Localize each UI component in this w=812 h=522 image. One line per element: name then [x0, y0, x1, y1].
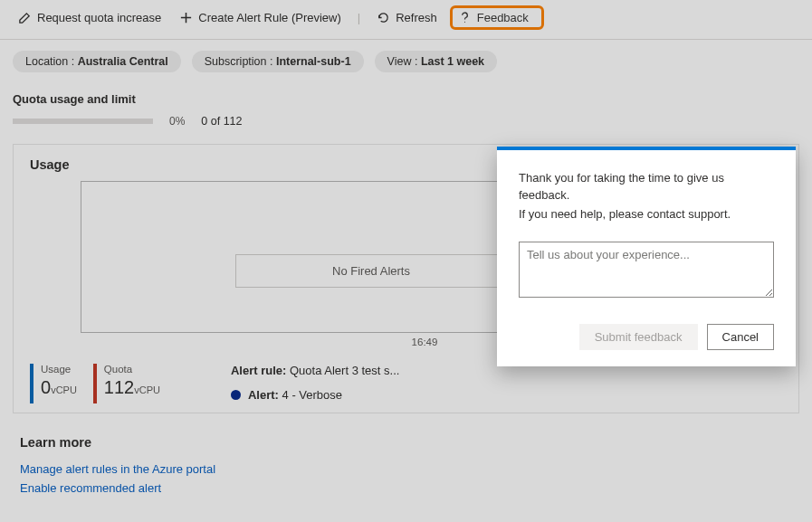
- create-alert-rule-button[interactable]: Create Alert Rule (Preview): [174, 7, 347, 28]
- metric-quota-value: 112vCPU: [104, 378, 160, 396]
- quota-usage-section: Quota usage and limit 0% 0 of 112: [0, 83, 812, 128]
- feedback-text-line1: Thank you for taking the time to give us…: [519, 170, 774, 204]
- alert-info: Alert rule: Quota Alert 3 test s... Aler…: [231, 364, 399, 402]
- toolbar-separator: |: [354, 11, 364, 24]
- refresh-label: Refresh: [396, 11, 437, 24]
- metric-quota: Quota 112vCPU: [93, 364, 160, 403]
- filter-subscription[interactable]: Subscription : Internal-sub-1: [192, 51, 364, 72]
- feedback-button[interactable]: Feedback: [450, 5, 544, 30]
- feedback-dialog: Thank you for taking the time to give us…: [497, 147, 796, 366]
- metric-usage-value: 0vCPU: [41, 378, 77, 396]
- filter-location[interactable]: Location : Australia Central: [13, 51, 181, 72]
- submit-feedback-button[interactable]: Submit feedback: [579, 324, 698, 350]
- refresh-icon: [377, 11, 390, 24]
- metric-usage-label: Usage: [41, 364, 77, 375]
- quota-usage-title: Quota usage and limit: [13, 92, 799, 106]
- metric-quota-number: 112: [104, 377, 134, 397]
- question-icon: [458, 11, 472, 24]
- learn-more-title: Learn more: [20, 435, 792, 450]
- learn-more-section: Learn more Manage alert rules in the Azu…: [0, 413, 812, 498]
- metrics-row: Usage 0vCPU Quota 112vCPU Alert rule: Q: [30, 364, 782, 403]
- no-fired-alerts-banner: No Fired Alerts: [235, 254, 507, 288]
- alert-label: Alert:: [248, 388, 279, 402]
- filter-view[interactable]: View : Last 1 week: [375, 51, 497, 72]
- quota-usage-text: 0 of 112: [201, 115, 242, 128]
- command-bar: Request quota increase Create Alert Rule…: [0, 0, 812, 40]
- alert-severity-line: Alert: 4 - Verbose: [231, 388, 399, 402]
- cancel-button[interactable]: Cancel: [707, 324, 774, 350]
- alert-rule-line: Alert rule: Quota Alert 3 test s...: [231, 364, 399, 377]
- metric-quota-bar: [93, 364, 97, 403]
- feedback-textarea[interactable]: [519, 242, 774, 298]
- create-alert-label: Create Alert Rule (Preview): [198, 11, 341, 24]
- quota-progress-bar: [13, 119, 153, 124]
- svg-point-0: [464, 22, 465, 23]
- filter-bar: Location : Australia Central Subscriptio…: [0, 40, 812, 83]
- chart-time-tick: 16:49: [412, 337, 438, 347]
- metric-quota-unit: vCPU: [134, 384, 160, 395]
- filter-subscription-label: Subscription :: [205, 55, 276, 68]
- alert-rule-value: Quota Alert 3 test s...: [286, 364, 399, 377]
- alert-value: 4 - Verbose: [279, 388, 342, 402]
- metric-usage: Usage 0vCPU: [30, 364, 77, 403]
- quota-usage-row: 0% 0 of 112: [13, 115, 799, 128]
- feedback-text-line2: If you need help, please contact support…: [519, 206, 774, 223]
- filter-location-value: Australia Central: [78, 55, 168, 68]
- metric-usage-bar: [30, 364, 33, 403]
- filter-view-value: Last 1 week: [421, 55, 484, 68]
- metric-quota-label: Quota: [104, 364, 160, 375]
- alert-severity-dot-icon: [231, 390, 241, 400]
- request-quota-increase-button[interactable]: Request quota increase: [13, 7, 167, 28]
- metric-usage-number: 0: [41, 377, 51, 397]
- metric-usage-unit: vCPU: [51, 384, 77, 395]
- quota-percent: 0%: [169, 115, 185, 128]
- request-quota-label: Request quota increase: [37, 11, 161, 24]
- feedback-dialog-actions: Submit feedback Cancel: [519, 324, 774, 350]
- feedback-label: Feedback: [477, 11, 529, 24]
- alert-rule-label: Alert rule:: [231, 364, 286, 377]
- link-enable-recommended-alert[interactable]: Enable recommended alert: [20, 479, 792, 498]
- refresh-button[interactable]: Refresh: [371, 7, 443, 28]
- plus-icon: [179, 11, 193, 24]
- filter-view-label: View :: [387, 55, 421, 68]
- quota-page: Request quota increase Create Alert Rule…: [0, 0, 812, 522]
- link-manage-alert-rules[interactable]: Manage alert rules in the Azure portal: [20, 460, 792, 479]
- pencil-icon: [18, 11, 32, 24]
- filter-subscription-value: Internal-sub-1: [276, 55, 351, 68]
- filter-location-label: Location :: [25, 55, 78, 68]
